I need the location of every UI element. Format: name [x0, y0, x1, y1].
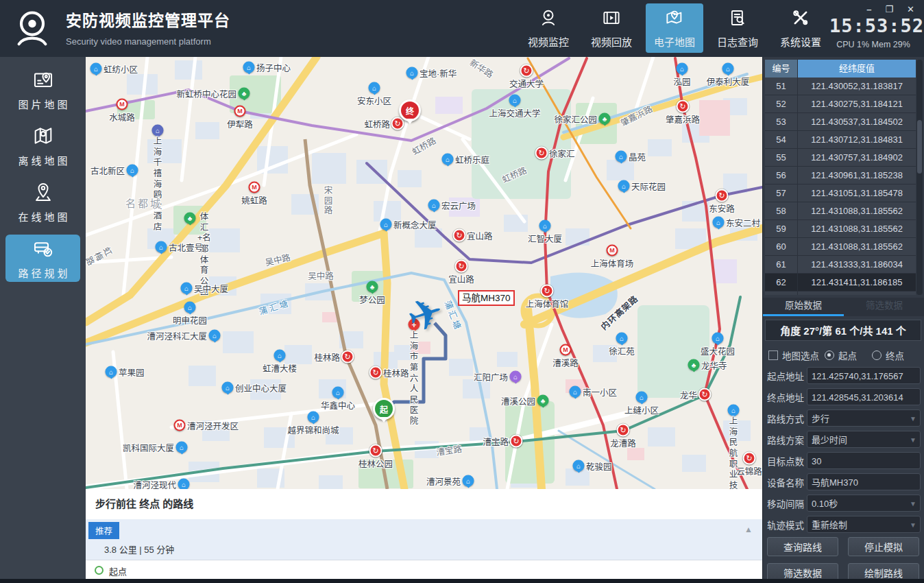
community-marker-icon[interactable]: ⌂	[106, 366, 117, 378]
select-路线方案[interactable]: 最少时间▼	[807, 431, 921, 448]
community-marker-icon[interactable]: ⌂	[209, 330, 221, 342]
community-marker-icon[interactable]: ⌂	[369, 82, 380, 94]
community-marker-icon[interactable]: ⌂	[243, 62, 255, 73]
table-row[interactable]: 51121.430052,31.183817	[765, 78, 916, 95]
table-row[interactable]: 56121.430961,31.185238	[765, 167, 916, 185]
park-marker-icon[interactable]: ♣	[367, 281, 378, 293]
metro2-marker-icon[interactable]: ↻	[369, 366, 382, 379]
chevron-up-icon[interactable]: ▲	[744, 525, 753, 534]
community-marker-icon[interactable]: ⌂	[127, 165, 138, 176]
table-row[interactable]: 55121.430757,31.184902	[765, 149, 916, 167]
metro2-marker-icon[interactable]: ↻	[698, 388, 712, 401]
table-row[interactable]: 61121.431333,31.186034	[765, 256, 916, 274]
metro2-marker-icon[interactable]: ↻	[743, 452, 756, 465]
metro2-marker-icon[interactable]: ↻	[369, 444, 382, 457]
metro-marker-icon[interactable]: M	[607, 245, 618, 257]
table-row[interactable]: 53121.430537,31.184502	[765, 113, 916, 131]
metro2-marker-icon[interactable]: ↻	[541, 285, 554, 298]
community-marker-icon[interactable]: ⌂	[178, 479, 190, 490]
park-marker-icon[interactable]: ♣	[537, 395, 549, 407]
sidebar-item-online-map[interactable]: 在线地图	[5, 178, 80, 226]
nav-log[interactable]: 日志查询	[709, 3, 766, 53]
park-marker-icon[interactable]: ♣	[688, 359, 700, 371]
community-marker-icon[interactable]: ⌂	[712, 333, 724, 344]
minimize-icon[interactable]: –	[866, 4, 871, 14]
table-row[interactable]: 52121.430275,31.184121	[765, 95, 916, 113]
plane-label[interactable]: 马航MH370	[458, 290, 515, 306]
start-radio[interactable]	[825, 350, 834, 360]
table-row[interactable]: 57121.431051,31.185478	[765, 185, 916, 202]
scrollbar-thumb[interactable]	[917, 120, 922, 174]
map-pick-checkbox[interactable]	[768, 350, 778, 360]
metro2-marker-icon[interactable]: ↻	[677, 100, 690, 113]
metro2-marker-icon[interactable]: ↻	[455, 260, 468, 273]
metro2-marker-icon[interactable]: ↻	[391, 117, 404, 130]
community-marker-icon[interactable]: ⌂	[308, 412, 319, 423]
metro-marker-icon[interactable]: M	[560, 344, 572, 356]
recommended-route-card[interactable]: 推荐 3.8 公里 | 55 分钟 ▲	[86, 519, 762, 560]
plaza-marker-icon[interactable]: ⌂	[510, 371, 522, 383]
metro2-marker-icon[interactable]: ↻	[617, 424, 630, 437]
button-查询路线[interactable]: 查询路线	[767, 537, 838, 556]
metro2-marker-icon[interactable]: ↻	[453, 229, 466, 242]
park-marker-icon[interactable]: ♣	[184, 213, 196, 224]
sidebar-item-picture-map[interactable]: 图片地图	[5, 66, 80, 113]
table-scrollbar[interactable]	[916, 60, 923, 295]
metro2-marker-icon[interactable]: ↻	[535, 147, 548, 160]
school-marker-icon[interactable]: ⌂	[728, 405, 740, 416]
community-marker-icon[interactable]: ⌂	[463, 475, 474, 487]
tab-raw-data[interactable]: 原始数据	[763, 298, 844, 316]
community-marker-icon[interactable]: ⌂	[181, 283, 193, 294]
sidebar-item-route-planning[interactable]: 路径规划	[5, 235, 80, 282]
end-pin-marker[interactable]: 终	[399, 99, 421, 121]
community-marker-icon[interactable]: ⌂	[406, 67, 418, 79]
community-marker-icon[interactable]: ⌂	[616, 151, 627, 163]
community-marker-icon[interactable]: ⌂	[176, 442, 188, 453]
input-设备名称[interactable]: 马航MH370	[807, 473, 921, 490]
input-终点地址[interactable]: 121.428545,31.203614	[807, 388, 921, 405]
close-icon[interactable]: ✕	[907, 4, 914, 14]
start-pin-marker[interactable]: 起	[373, 398, 395, 420]
community-marker-icon[interactable]: ⌂	[539, 220, 551, 232]
nav-settings[interactable]: 系统设置	[772, 3, 829, 53]
community-marker-icon[interactable]: ⌂	[636, 392, 648, 403]
select-路线方式[interactable]: 步行▼	[807, 409, 921, 427]
end-radio[interactable]	[872, 350, 882, 360]
community-marker-icon[interactable]: ⌂	[616, 333, 628, 344]
maximize-icon[interactable]: ❐	[885, 4, 893, 14]
select-轨迹模式[interactable]: 重新绘制▼	[807, 516, 921, 533]
input-起点地址[interactable]: 121.425740,31.176567	[807, 367, 921, 384]
table-row[interactable]: 63121.431564,31.186429	[765, 292, 916, 295]
school-marker-icon[interactable]: ⌂	[509, 95, 521, 106]
nav-camera[interactable]: 视频监控	[520, 3, 577, 53]
table-row[interactable]: 59121.431088,31.185562	[765, 220, 916, 238]
park-marker-icon[interactable]: ♣	[599, 113, 611, 125]
metro-marker-icon[interactable]: M	[174, 420, 186, 431]
community-marker-icon[interactable]: ⌂	[713, 217, 725, 228]
metro2-marker-icon[interactable]: ↻	[520, 64, 533, 78]
nav-playback[interactable]: 视频回放	[583, 3, 640, 53]
park-marker-icon[interactable]: ♣	[239, 88, 250, 99]
community-marker-icon[interactable]: ⌂	[428, 200, 440, 211]
input-目标点数[interactable]: 30	[807, 452, 921, 469]
table-row[interactable]: 58121.431088,31.185562	[765, 202, 916, 220]
route-step-row[interactable]: 起点	[86, 560, 762, 579]
metro-marker-icon[interactable]: M	[234, 106, 246, 117]
table-row[interactable]: 62121.431411,31.186185	[765, 274, 916, 292]
community-marker-icon[interactable]: ⌂	[90, 63, 102, 75]
map-canvas[interactable]: ⌂虹纺小区⌂扬子中心⌂宝地·新华新华路↻交通大学⌂上海交通大学⌂泓园⌂伊泰利大厦…	[86, 57, 762, 489]
hotel-marker-icon[interactable]: ⌂	[152, 125, 164, 136]
table-row[interactable]: 60121.431088,31.185562	[765, 238, 916, 256]
community-marker-icon[interactable]: ⌂	[570, 386, 581, 398]
community-marker-icon[interactable]: ⌂	[332, 387, 344, 398]
select-移动间隔[interactable]: 0.10秒▼	[807, 495, 921, 512]
tab-filtered-data[interactable]: 筛选数据	[844, 298, 924, 316]
button-停止模拟[interactable]: 停止模拟	[848, 537, 919, 556]
community-marker-icon[interactable]: ⌂	[618, 180, 630, 192]
community-marker-icon[interactable]: ⌂	[184, 302, 196, 313]
community-marker-icon[interactable]: ⌂	[380, 219, 392, 230]
community-marker-icon[interactable]: ⌂	[442, 154, 454, 165]
community-marker-icon[interactable]: ⌂	[274, 350, 286, 361]
community-marker-icon[interactable]: ⌂	[677, 63, 688, 75]
metro2-marker-icon[interactable]: ↻	[341, 350, 354, 364]
